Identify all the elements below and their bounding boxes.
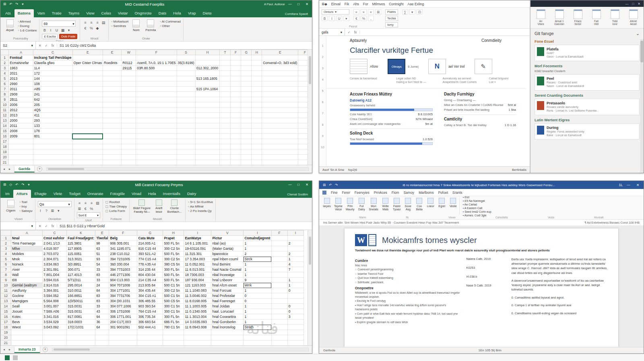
- template-card-signature[interactable]: ✎: [475, 59, 495, 74]
- quick-access-icon[interactable]: ↶: [328, 183, 333, 187]
- cell[interactable]: 11 1.1040.083: [184, 288, 211, 293]
- cell[interactable]: 500 FL 5n: [163, 251, 184, 257]
- cell[interactable]: 2990: [9, 81, 33, 87]
- cell[interactable]: [241, 129, 252, 134]
- ribbon-big-button[interactable]: Clunte Bonttach...: [166, 199, 183, 214]
- cell[interactable]: 29115: [122, 66, 136, 71]
- cell[interactable]: [262, 139, 298, 144]
- cell[interactable]: 51: [95, 251, 109, 257]
- cell[interactable]: 500 FL 5n: [163, 272, 184, 278]
- close-button[interactable]: ✕: [303, 2, 310, 6]
- ribbon-tab[interactable]: Tratie: [49, 9, 65, 17]
- row-header[interactable]: 21: [1, 160, 9, 165]
- cell[interactable]: [177, 149, 195, 155]
- cell[interactable]: [33, 139, 72, 144]
- formula-input[interactable]: S1 16 G22y cM1'Golta: [57, 44, 312, 48]
- cell[interactable]: [103, 55, 121, 60]
- ribbon-command[interactable]: Afirmed: [18, 20, 37, 23]
- cell[interactable]: Strck: [244, 257, 271, 262]
- cell[interactable]: [184, 330, 211, 335]
- cell[interactable]: 2: [287, 241, 303, 246]
- cell[interactable]: [262, 87, 298, 92]
- cell[interactable]: 804 430.04: [137, 272, 163, 278]
- font-name-select[interactable]: Ointurs▾: [322, 9, 349, 15]
- cell[interactable]: [252, 102, 262, 108]
- row-header[interactable]: 10: [321, 145, 324, 157]
- cell[interactable]: [72, 87, 103, 92]
- cell[interactable]: 2.703.072: [43, 251, 67, 257]
- ribbon-tab[interactable]: Inverntalls: [160, 190, 184, 198]
- ribbon-checkbox[interactable]: Tlae Ofnapy: [105, 205, 127, 208]
- cell[interactable]: [72, 123, 103, 129]
- cell[interactable]: Aiedfunty: [11, 288, 43, 293]
- number-format-icon[interactable]: %: [361, 16, 367, 21]
- cell[interactable]: [122, 71, 136, 76]
- ribbon-command[interactable]: Seed Imd2 Cortn eup: [463, 210, 491, 213]
- cell[interactable]: [287, 335, 303, 340]
- cell[interactable]: 774 C15 A4: [137, 257, 163, 262]
- align-icon[interactable]: ≡: [368, 9, 374, 15]
- paste-button[interactable]: Cigem: [4, 199, 17, 213]
- row-header[interactable]: 1: [1, 236, 11, 241]
- cell[interactable]: [262, 149, 298, 155]
- row-header[interactable]: 16: [1, 314, 11, 320]
- cell[interactable]: [136, 102, 177, 108]
- sidebar-tool-button[interactable]: Alrsat 1 Gaeotan: [551, 9, 568, 26]
- cell[interactable]: [230, 81, 241, 87]
- cell[interactable]: [262, 71, 298, 76]
- cell[interactable]: Cmst eafolor: [43, 236, 67, 241]
- cell[interactable]: Norwck: [11, 262, 43, 267]
- cell[interactable]: Converal=O, 3d3 xold): [262, 60, 298, 66]
- cell[interactable]: [271, 309, 287, 314]
- cell[interactable]: [271, 299, 287, 304]
- cell[interactable]: [252, 134, 262, 139]
- column-header[interactable]: F: [109, 230, 137, 236]
- ribbon-tab[interactable]: Vietar: [115, 9, 131, 17]
- cell[interactable]: 33: [95, 304, 109, 309]
- cell[interactable]: [103, 160, 121, 165]
- menu-item[interactable]: Ferer: [342, 191, 350, 195]
- align-icon[interactable]: ≡: [361, 9, 367, 15]
- cell[interactable]: [177, 92, 195, 97]
- ribbon-tab[interactable]: Hela: [170, 9, 184, 17]
- align-icon[interactable]: ▤: [101, 21, 106, 25]
- cell[interactable]: 115.0051: [67, 251, 95, 257]
- ribbon-tab[interactable]: Im: [2, 190, 13, 198]
- ribbon-command[interactable]: Semitres: [111, 24, 128, 28]
- cell[interactable]: hnal Joldas: [211, 304, 244, 309]
- editing-icon[interactable]: ▾: [409, 9, 415, 15]
- cell[interactable]: [252, 71, 262, 76]
- cell[interactable]: [163, 340, 184, 346]
- ribbon-button[interactable]: Wdte Mats: [380, 197, 391, 215]
- cell[interactable]: 17(C/1031: [67, 325, 95, 330]
- cell[interactable]: [252, 155, 262, 160]
- editing-icon[interactable]: ∑: [402, 9, 408, 15]
- cell[interactable]: 204 C17(.003: [109, 320, 137, 325]
- cell[interactable]: [184, 340, 211, 346]
- cell[interactable]: [220, 149, 230, 155]
- row-header[interactable]: 2: [1, 241, 11, 246]
- cell[interactable]: [244, 335, 271, 340]
- cell[interactable]: [241, 155, 252, 160]
- cell[interactable]: 1: [287, 257, 303, 262]
- ribbon-button[interactable]: Lneor: [425, 197, 436, 215]
- sort-select[interactable]: Sort E▾: [77, 212, 100, 218]
- cell[interactable]: [241, 134, 252, 139]
- column-header[interactable]: H: [195, 50, 220, 55]
- cell[interactable]: 1: [244, 262, 271, 267]
- ribbon-tab[interactable]: Tayms: [65, 9, 83, 17]
- app-taskbar-icon[interactable]: [13, 355, 18, 360]
- sidebar-tool-button[interactable]: Aferet Aeoel: [625, 9, 642, 26]
- scrollbar-thumb[interactable]: [309, 237, 311, 265]
- cell[interactable]: 310.0011: [67, 288, 95, 293]
- ribbon-command[interactable]: 1-6 Contare: [18, 29, 37, 32]
- cell[interactable]: [262, 123, 298, 129]
- cell[interactable]: [230, 155, 241, 160]
- cell[interactable]: [136, 155, 177, 160]
- cell[interactable]: [177, 76, 195, 81]
- sheet-tab[interactable]: Gactda: [14, 166, 35, 172]
- cell[interactable]: [220, 139, 230, 144]
- column-header[interactable]: H: [252, 50, 262, 55]
- cell[interactable]: 83: [95, 299, 109, 304]
- scrollbar-thumb[interactable]: [48, 168, 84, 170]
